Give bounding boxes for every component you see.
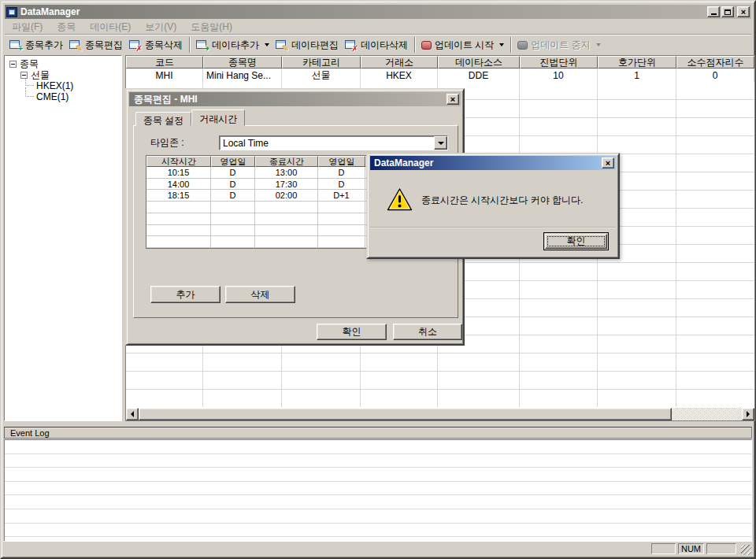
symbol-edit-button[interactable]: ✎ 종목편집 bbox=[66, 37, 126, 54]
cell-end-time: 17:30 bbox=[255, 179, 318, 191]
column-header-exchange[interactable]: 거래소 bbox=[361, 56, 438, 68]
add-button[interactable]: 추가 bbox=[150, 286, 220, 303]
event-log-header: Event Log bbox=[4, 427, 752, 439]
cell-tick-unit: 1 bbox=[598, 68, 676, 82]
collapse-icon[interactable] bbox=[9, 61, 17, 68]
timezone-select[interactable]: Local Time bbox=[219, 135, 448, 150]
column-header-category[interactable]: 카테고리 bbox=[282, 56, 361, 68]
cell-end-time: 02:00 bbox=[255, 190, 318, 202]
menu-data[interactable]: 데이타(E) bbox=[83, 20, 138, 35]
cell-bizday: D bbox=[318, 179, 365, 191]
resize-grip[interactable] bbox=[741, 545, 751, 555]
data-add-button[interactable]: ➜ 데이타추가 bbox=[193, 37, 262, 54]
tree-item-symbols[interactable]: 종목 bbox=[5, 58, 121, 69]
delete-button[interactable]: 삭제 bbox=[225, 286, 295, 303]
cell-category: 선물 bbox=[282, 68, 361, 82]
update-start-button[interactable]: 업데이트 시작 bbox=[418, 37, 497, 54]
close-icon: × bbox=[450, 95, 455, 104]
scroll-left-button[interactable] bbox=[126, 408, 139, 420]
ok-label: 확인 bbox=[545, 234, 607, 249]
arrow-left-icon bbox=[131, 411, 134, 417]
update-start-dropdown-icon[interactable] bbox=[499, 43, 504, 46]
scrollbar-thumb[interactable] bbox=[139, 408, 672, 420]
menu-help[interactable]: 도움말(H) bbox=[183, 20, 239, 35]
data-add-dropdown-icon[interactable] bbox=[265, 43, 269, 46]
tab-symbol-settings[interactable]: 종목 설정 bbox=[135, 112, 191, 126]
column-header-tick-unit[interactable]: 호가단위 bbox=[598, 56, 676, 68]
column-header-datasource[interactable]: 데이타소스 bbox=[438, 56, 520, 68]
event-log-list bbox=[4, 439, 752, 543]
toolbar-separator bbox=[414, 37, 415, 53]
column-header-code[interactable]: 코드 bbox=[126, 56, 203, 68]
cell-bizday: D bbox=[211, 167, 255, 179]
cell-bizday: D+1 bbox=[318, 190, 365, 202]
warning-icon bbox=[387, 187, 413, 212]
update-stop-dropdown-icon bbox=[596, 43, 601, 46]
symbol-add-label: 종목추가 bbox=[25, 39, 63, 52]
dialog-cancel-button[interactable]: 취소 bbox=[393, 324, 462, 340]
message-box-close-button[interactable]: × bbox=[602, 157, 614, 168]
cell-start-time: 10:15 bbox=[146, 167, 211, 179]
cell-datasource: DDE bbox=[438, 68, 520, 82]
symbol-add-button[interactable]: + 종목추가 bbox=[6, 37, 66, 54]
data-edit-button[interactable]: ✎ 데이타편집 bbox=[272, 37, 342, 54]
dialog-tabs: 종목 설정 거래시간 bbox=[135, 109, 245, 126]
maximize-button[interactable] bbox=[721, 6, 734, 17]
cell-code: MHI bbox=[126, 68, 203, 82]
column-header-decimals[interactable]: 소수점자리수 bbox=[676, 56, 754, 68]
column-header-name[interactable]: 종목명 bbox=[203, 56, 282, 68]
dialog-ok-button[interactable]: 확인 bbox=[317, 324, 387, 340]
menu-file[interactable]: 파일(F) bbox=[5, 20, 50, 35]
column-header-bizday1[interactable]: 영업일 bbox=[211, 156, 255, 167]
toolbar-separator bbox=[189, 37, 190, 53]
table-row[interactable]: MHI Mini Hang Se... 선물 HKEX DDE 10 1 0 bbox=[126, 68, 754, 82]
tree-item-label: CME(1) bbox=[36, 91, 69, 102]
message-box-ok-button[interactable]: 확인 bbox=[543, 232, 609, 250]
data-edit-icon: ✎ bbox=[276, 39, 288, 51]
tree-item-cme[interactable]: CME(1) bbox=[5, 91, 121, 102]
tree-item-label: HKEX(1) bbox=[36, 80, 73, 91]
close-icon: × bbox=[606, 159, 610, 168]
maximize-icon bbox=[724, 9, 731, 15]
tree-item-futures[interactable]: 선물 bbox=[5, 69, 121, 80]
symbol-delete-label: 종목삭제 bbox=[145, 39, 183, 52]
timezone-value: Local Time bbox=[220, 138, 434, 149]
collapse-icon[interactable] bbox=[20, 72, 28, 79]
data-delete-label: 데이타삭제 bbox=[361, 39, 408, 52]
combo-dropdown-button[interactable] bbox=[434, 136, 447, 150]
status-bar: NUM bbox=[3, 541, 753, 556]
symbol-edit-label: 종목편집 bbox=[85, 39, 123, 52]
minimize-icon bbox=[711, 13, 717, 15]
update-stop-icon bbox=[517, 41, 528, 50]
dialog-titlebar: 종목편집 - MHI × bbox=[129, 92, 461, 106]
minimize-button[interactable] bbox=[707, 6, 720, 17]
tree-connector bbox=[25, 87, 34, 97]
table-delete-icon: ✗ bbox=[129, 39, 142, 51]
window-title: DataManager bbox=[20, 6, 80, 17]
cell-bizday: D bbox=[318, 167, 365, 179]
data-edit-label: 데이타편집 bbox=[291, 39, 339, 52]
horizontal-scrollbar[interactable] bbox=[126, 408, 754, 420]
cell-name: Mini Hang Se... bbox=[203, 68, 282, 82]
tree-item-hkex[interactable]: HKEX(1) bbox=[5, 80, 121, 91]
data-delete-button[interactable]: ✗ 데이타삭제 bbox=[342, 37, 411, 54]
symbol-delete-button[interactable]: ✗ 종목삭제 bbox=[126, 37, 186, 54]
cell-exchange: HKEX bbox=[361, 68, 438, 82]
column-header-start-time[interactable]: 시작시간 bbox=[146, 156, 211, 167]
close-button[interactable]: × bbox=[737, 6, 750, 17]
column-header-base-unit[interactable]: 진법단위 bbox=[520, 56, 598, 68]
close-icon: × bbox=[741, 8, 746, 17]
cell-base-unit: 10 bbox=[520, 68, 598, 82]
cell-bizday: D bbox=[211, 190, 255, 202]
main-titlebar: DataManager × bbox=[5, 5, 751, 19]
update-stop-label: 업데이트 중지 bbox=[531, 39, 590, 52]
menu-view[interactable]: 보기(V) bbox=[138, 20, 183, 35]
column-header-bizday2[interactable]: 영업일 bbox=[318, 156, 365, 167]
scroll-right-button[interactable] bbox=[742, 408, 754, 420]
column-header-end-time[interactable]: 종료시간 bbox=[255, 156, 318, 167]
app-icon bbox=[6, 7, 17, 17]
warning-message-box: DataManager × 종료시간은 시작시간보다 커야 합니다. 확인 bbox=[366, 153, 620, 259]
menu-symbol[interactable]: 종목 bbox=[50, 20, 83, 35]
tab-trading-hours[interactable]: 거래시간 bbox=[191, 109, 245, 126]
dialog-close-button[interactable]: × bbox=[447, 94, 459, 105]
